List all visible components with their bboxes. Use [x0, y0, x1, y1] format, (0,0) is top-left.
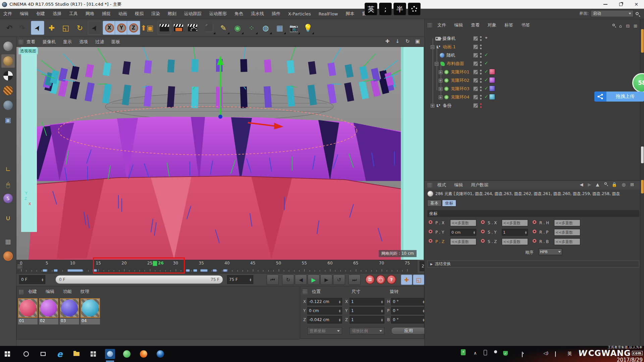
collapse-toggle[interactable]: − [431, 45, 434, 49]
autokey-button[interactable]: ⚿ [365, 275, 375, 284]
drag-handle-icon[interactable] [427, 23, 432, 27]
history-back-icon[interactable]: ◀ [580, 182, 583, 187]
rp-field[interactable]: <<多重数▲▼ [554, 229, 580, 236]
layer-chip[interactable] [473, 103, 478, 108]
material-thumbnail-03[interactable] [60, 298, 79, 318]
menu-xparticles[interactable]: X-Particles [288, 11, 311, 16]
collapse-toggle[interactable]: − [435, 62, 438, 66]
am-menu-mode[interactable]: 模式 [437, 182, 446, 188]
play-loop-button[interactable]: ↺ [333, 275, 345, 285]
scale-mode-dropdown[interactable]: 缩放比例 [350, 327, 384, 335]
material-name[interactable]: 04 [80, 318, 100, 324]
keyframe-dot[interactable] [533, 220, 536, 224]
om-menu-file[interactable]: 文件 [437, 22, 446, 28]
layer-chip[interactable] [473, 78, 478, 83]
enabled-check-icon[interactable]: ✓ [484, 85, 488, 91]
light-button[interactable]: 💡 [301, 21, 315, 35]
drag-handle-icon[interactable] [19, 290, 23, 294]
material-tag[interactable] [489, 77, 495, 83]
menu-mograph[interactable]: 运动图形 [209, 11, 227, 17]
layer-chip[interactable] [473, 70, 478, 74]
material-tag[interactable] [489, 69, 495, 75]
keyframe-mark[interactable] [200, 269, 207, 272]
minimize-button[interactable] [598, 0, 613, 9]
pick-arrow-icon[interactable]: ▲ [596, 182, 599, 187]
om-home-icon[interactable]: ⌂ [619, 23, 622, 28]
store-icon[interactable] [88, 349, 99, 359]
menu-tools[interactable]: 工具 [69, 11, 78, 17]
device-tray-icon[interactable] [484, 350, 487, 356]
viewport-menu-display[interactable]: 显示 [63, 39, 72, 45]
ime-width-button[interactable]: 半 [393, 3, 406, 15]
layer-chip[interactable] [473, 86, 478, 91]
history-forward-icon[interactable]: ▶ [588, 182, 591, 187]
battery-tray-icon[interactable] [522, 352, 523, 357]
goto-start-button[interactable]: ⏮ [267, 275, 279, 285]
size-x-field[interactable]: 1▲▼ [350, 298, 384, 305]
object-row-random[interactable]: 随机 [438, 51, 455, 59]
object-row-clone-ring-01[interactable]: + 克隆环01 [439, 68, 470, 76]
rot-p-field[interactable]: 0 °▲▼ [391, 307, 426, 314]
material-thumbnail-04[interactable] [80, 298, 100, 318]
grid-lock-icon[interactable]: ▦ [1, 235, 15, 248]
visibility-dots[interactable] [480, 61, 482, 66]
record-keyframe-button[interactable]: ◯ [376, 275, 385, 284]
keyframe-mark[interactable] [213, 269, 217, 272]
render-settings-button[interactable] [186, 21, 199, 35]
tray-expand-icon[interactable]: ∧ [474, 351, 477, 356]
weave-ball-icon[interactable] [1, 84, 15, 97]
ime-settings-button[interactable] [408, 3, 421, 15]
camera-target-icon[interactable]: ⌖ [485, 35, 487, 41]
keyframe-mark[interactable] [223, 269, 227, 272]
z-axis-lock-button[interactable]: Z [127, 21, 140, 35]
perspective-viewport[interactable]: 透视视图 网格间距 : 10 cm Y Z X [16, 47, 424, 260]
object-row-clone-ring-02[interactable]: + 克隆环02 [439, 76, 470, 84]
tab-basic[interactable]: 基本 [427, 200, 441, 206]
drag-handle-icon[interactable] [427, 183, 432, 187]
visibility-dots[interactable] [480, 36, 482, 41]
om-menu-edit[interactable]: 编辑 [454, 22, 463, 28]
order-dropdown[interactable]: HPB [539, 248, 562, 255]
enabled-check-icon[interactable]: ✓ [484, 52, 488, 57]
menu-sculpt[interactable]: 雕刻 [168, 11, 176, 17]
restore-button[interactable] [613, 0, 629, 9]
dock-tab[interactable] [641, 29, 644, 53]
cortana-button[interactable] [21, 349, 32, 359]
om-menu-view[interactable]: 查看 [471, 22, 480, 28]
rh-field[interactable]: <<多重数▲▼ [554, 220, 580, 226]
rings-ball-icon[interactable] [1, 249, 15, 263]
interface-dropdown[interactable]: 启动 [591, 10, 634, 17]
py-field[interactable]: 0 cm▲▼ [450, 229, 476, 236]
viewport-menu-panel[interactable]: 面板 [111, 39, 120, 45]
layer-chip[interactable] [473, 53, 478, 58]
pos-y-field[interactable]: 0 cm▲▼ [307, 307, 342, 314]
enabled-check-icon[interactable]: ✓ [484, 94, 488, 99]
keyframe-dot[interactable] [481, 230, 485, 233]
visibility-dots-off[interactable] [480, 103, 482, 108]
viewport-menu-view[interactable]: 查看 [26, 39, 35, 45]
ime-language-indicator[interactable]: 英 [568, 351, 572, 357]
size-z-field[interactable]: 1▲▼ [350, 316, 384, 323]
visibility-dots[interactable] [480, 78, 482, 83]
object-row-cloth-surface[interactable]: − 布料曲面 [435, 60, 464, 68]
material-name[interactable]: 02 [39, 318, 58, 324]
next-frame-button[interactable]: ▶ [320, 275, 332, 285]
keyframe-dot[interactable] [481, 220, 485, 224]
task-view-button[interactable] [38, 349, 48, 359]
pz-field[interactable]: <<多重数▲▼ [450, 238, 476, 245]
sx-field[interactable]: <<多重数▲▼ [502, 220, 528, 226]
new-panel-icon[interactable]: ⊞ [630, 182, 634, 187]
coordinate-space-dropdown[interactable]: 世界坐标 [307, 327, 342, 335]
px-field[interactable]: <<多重数▲▼ [450, 220, 476, 226]
viewport-zoom-icon[interactable]: ↓ [394, 38, 401, 44]
material-tag[interactable] [489, 94, 495, 100]
rot-h-field[interactable]: 0 °▲▼ [391, 298, 426, 305]
visibility-dots[interactable] [480, 53, 482, 58]
ime-punctuation-button[interactable]: ; [379, 3, 392, 15]
coordinates-section-header[interactable]: 坐标 [427, 210, 639, 217]
expand-toggle[interactable]: + [439, 70, 442, 74]
selection-tool-button[interactable]: ➤ [31, 21, 44, 35]
keyframe-dot[interactable] [429, 230, 432, 233]
x-axis-lock-button[interactable]: X [103, 21, 116, 35]
close-button[interactable]: ✕ [629, 0, 644, 9]
